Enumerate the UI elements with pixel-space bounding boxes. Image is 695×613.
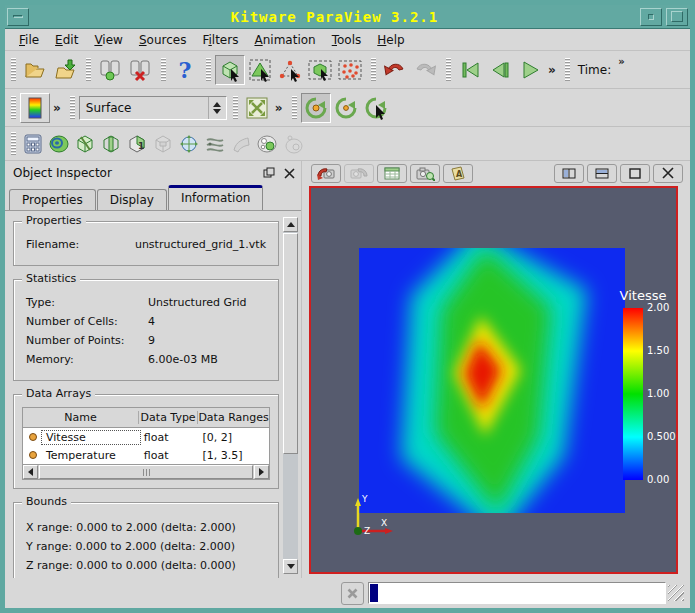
- tab-information[interactable]: Information: [168, 185, 263, 210]
- previous-frame-button[interactable]: [485, 55, 515, 85]
- capture-view-button[interactable]: [410, 164, 440, 183]
- select-cells-through-button[interactable]: [305, 55, 335, 85]
- scroll-left-button[interactable]: [23, 465, 38, 479]
- window-menu-button[interactable]: [7, 8, 29, 26]
- toolbar-grip[interactable]: [446, 58, 451, 82]
- extract-block-filter-button[interactable]: [280, 131, 306, 157]
- edit-view-options-button[interactable]: [377, 164, 407, 183]
- maximize-button[interactable]: [666, 8, 688, 26]
- table-row-temperature[interactable]: Temperature float [1, 3.5]: [23, 446, 269, 464]
- extract-subset-filter-button[interactable]: [150, 131, 176, 157]
- title-bar[interactable]: Kitware ParaView 3.2.1: [5, 5, 690, 29]
- menu-help[interactable]: Help: [369, 30, 412, 50]
- threshold-filter-button[interactable]: 1: [124, 131, 150, 157]
- select-points-on-surface-button[interactable]: [275, 55, 305, 85]
- undock-panel-button[interactable]: [261, 165, 277, 181]
- vcr-overflow-chevron[interactable]: »: [545, 63, 559, 77]
- select-points-through-button[interactable]: [335, 55, 365, 85]
- combo-arrows-icon[interactable]: [208, 97, 226, 119]
- toolbar-grip[interactable]: [161, 58, 166, 82]
- slice-filter-button[interactable]: [98, 131, 124, 157]
- menu-tools[interactable]: Tools: [324, 30, 370, 50]
- toolbar-grip[interactable]: [292, 96, 297, 120]
- array-name[interactable]: Vitesse: [42, 431, 140, 444]
- object-inspector-header[interactable]: Object Inspector: [5, 161, 301, 185]
- contour-filter-button[interactable]: [46, 131, 72, 157]
- scroll-down-button[interactable]: [283, 559, 298, 574]
- menu-edit[interactable]: Edit: [47, 30, 86, 50]
- menu-file[interactable]: File: [11, 30, 47, 50]
- reset-camera-button[interactable]: [242, 93, 272, 123]
- edit-color-map-button[interactable]: [20, 93, 50, 123]
- maximize-view-button[interactable]: [620, 164, 650, 183]
- time-overflow-chevron[interactable]: »: [615, 56, 627, 67]
- camera-redo-button[interactable]: [344, 164, 374, 183]
- properties-groupbox: Properties Filename: unstructured_grid_1…: [13, 221, 279, 266]
- undo-button[interactable]: [380, 55, 410, 85]
- tab-properties[interactable]: Properties: [9, 189, 96, 210]
- split-view-horizontal-button[interactable]: [554, 164, 584, 183]
- play-button[interactable]: [515, 55, 545, 85]
- toolbar-grip[interactable]: [371, 58, 376, 82]
- close-icon: [284, 168, 295, 179]
- close-view-button[interactable]: [653, 164, 683, 183]
- connect-server-button[interactable]: [95, 55, 125, 85]
- toolbar-grip[interactable]: [11, 132, 16, 156]
- pick-center-of-rotation-button[interactable]: [361, 93, 391, 123]
- column-header-data-type[interactable]: Data Type: [139, 411, 198, 424]
- representation-combobox[interactable]: Surface: [79, 96, 227, 120]
- first-frame-button[interactable]: [455, 55, 485, 85]
- table-horizontal-scrollbar[interactable]: [23, 464, 269, 479]
- select-cells-on-surface-button[interactable]: [245, 55, 275, 85]
- column-header-data-ranges[interactable]: Data Ranges: [198, 411, 269, 424]
- toolbar-grip[interactable]: [206, 58, 211, 82]
- render-view[interactable]: Vitesse 2.00 1.50 1.00 0.500 0.00 Y X: [309, 186, 678, 574]
- table-row-vitesse[interactable]: Vitesse float [0, 2]: [23, 428, 269, 446]
- menu-sources[interactable]: Sources: [131, 30, 195, 50]
- toolbar-grip[interactable]: [86, 58, 91, 82]
- menu-animation[interactable]: Animation: [246, 30, 323, 50]
- save-data-button[interactable]: [50, 55, 80, 85]
- disconnect-server-button[interactable]: [125, 55, 155, 85]
- window-resize-grip[interactable]: [668, 585, 684, 601]
- toolbar-grip[interactable]: [70, 96, 75, 120]
- scroll-up-button[interactable]: [283, 217, 298, 232]
- camera-overflow-chevron[interactable]: »: [272, 101, 286, 115]
- color-legend[interactable]: Vitesse 2.00 1.50 1.00 0.500 0.00: [611, 288, 678, 303]
- minimize-button[interactable]: [640, 8, 662, 26]
- reset-center-of-rotation-button[interactable]: [331, 93, 361, 123]
- tab-display[interactable]: Display: [97, 189, 167, 210]
- abort-button[interactable]: [341, 582, 364, 605]
- toolbar-grip[interactable]: [11, 58, 16, 82]
- calculator-filter-button[interactable]: [20, 131, 46, 157]
- show-center-of-rotation-button[interactable]: [301, 93, 331, 123]
- toolbar-grip[interactable]: [233, 96, 238, 120]
- unstructured-grid-surface[interactable]: [359, 248, 625, 513]
- column-header-name[interactable]: Name: [23, 411, 139, 424]
- close-panel-button[interactable]: [281, 165, 297, 181]
- panel-vertical-scrollbar[interactable]: [283, 217, 298, 574]
- edit-annotation-button[interactable]: A: [443, 164, 473, 183]
- open-file-button[interactable]: [20, 55, 50, 85]
- scrollbar-thumb[interactable]: [283, 233, 298, 454]
- scroll-right-button[interactable]: [254, 465, 269, 479]
- camera-undo-button[interactable]: [311, 164, 341, 183]
- warp-filter-button[interactable]: [228, 131, 254, 157]
- redo-button[interactable]: [410, 55, 440, 85]
- interact-mode-button[interactable]: [215, 55, 245, 85]
- menu-filters[interactable]: Filters: [194, 30, 246, 50]
- array-type: float: [140, 431, 199, 444]
- scrollbar-thumb[interactable]: [39, 465, 253, 479]
- array-name[interactable]: Temperature: [42, 449, 140, 462]
- glyph-filter-button[interactable]: [176, 131, 202, 157]
- clip-filter-button[interactable]: [72, 131, 98, 157]
- menu-view[interactable]: View: [86, 30, 131, 50]
- toolbar-grip[interactable]: [11, 96, 16, 120]
- toolbar-grip[interactable]: [565, 58, 570, 82]
- group-datasets-filter-button[interactable]: [254, 131, 280, 157]
- glyph-icon: [178, 133, 200, 155]
- split-view-vertical-button[interactable]: [587, 164, 617, 183]
- help-button[interactable]: ?: [170, 55, 200, 85]
- colormap-overflow-chevron[interactable]: »: [50, 101, 64, 115]
- stream-tracer-filter-button[interactable]: [202, 131, 228, 157]
